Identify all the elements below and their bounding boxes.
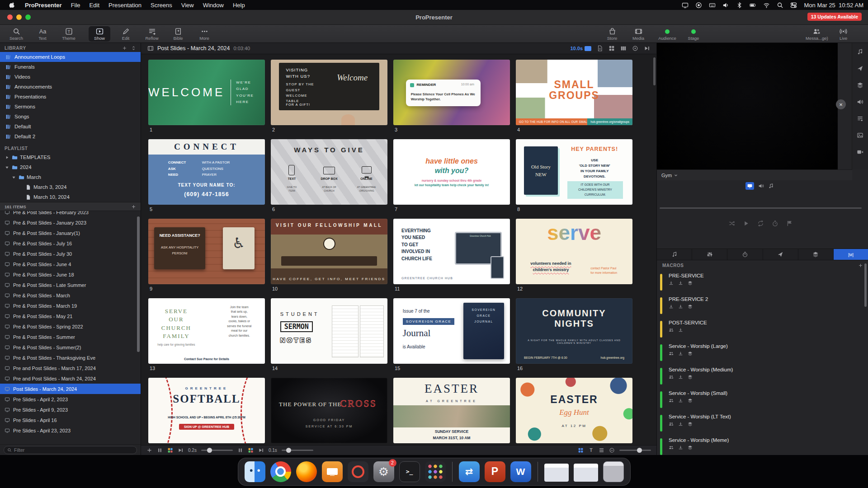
macro-pre-service-2[interactable]: PRE-SERVICE 2: [657, 294, 868, 317]
slide-20[interactable]: EASTEREgg HuntAT 12 PM20: [516, 378, 632, 445]
playlist-item-pre-post-slides-summer[interactable]: Pre & Post Slides - Summer: [0, 332, 141, 342]
speaker-icon[interactable]: [857, 99, 863, 105]
slide-10[interactable]: VISIT OUR FELLOWSHIP MALLHAVE COFFEE, GE…: [271, 219, 387, 293]
library-item-sermons[interactable]: Sermons: [0, 102, 141, 112]
slide-4[interactable]: SMALL GROUPSGO TO THE HUB FOR INFO ON AL…: [516, 60, 632, 134]
slide-11[interactable]: EVERYTHING YOU NEED TO GET INVOLVED IN C…: [393, 219, 510, 293]
library-item-presentations[interactable]: Presentations: [0, 92, 141, 102]
panel-tab-layers[interactable]: [798, 249, 834, 260]
slide-12[interactable]: servevolunteers needed in children's min…: [516, 219, 632, 293]
dock-photos[interactable]: [348, 461, 368, 482]
playlist-item-pre-and-post-slides-march-17-2024[interactable]: Pre and Post Slides - March 17, 2024: [0, 363, 141, 373]
dock-settings[interactable]: 2: [373, 461, 394, 482]
zoom-slider[interactable]: [619, 450, 651, 451]
playlist-item-pre-post-slides-march-19[interactable]: Pre & Post Slides - March 19: [0, 300, 141, 311]
slide-8[interactable]: Old Story NEWHEY PARENTS!USE 'OLD STORY …: [516, 139, 632, 214]
slide-16[interactable]: COMMUNITY NIGHTSA NIGHT FOR THE WHOLE FA…: [516, 298, 632, 373]
interval-a-slider[interactable]: [201, 450, 233, 451]
dock-terminal[interactable]: [399, 461, 420, 482]
toolbar-messa-ge[interactable]: Messa...ge): [806, 26, 828, 42]
menu-edit[interactable]: Edit: [85, 2, 104, 9]
preview-monitor-icon[interactable]: [745, 182, 754, 190]
panel-tab-timer[interactable]: [727, 249, 763, 260]
sidebar-scrollbar[interactable]: [137, 216, 140, 352]
panel-tab-mbadge[interactable]: [M]: [834, 249, 868, 260]
advance-icon[interactable]: [644, 45, 650, 52]
chevron-expanded-icon[interactable]: [5, 165, 9, 170]
slide-19[interactable]: EASTERAT GREENTREESUNDAY SERVICE MARCH 3…: [393, 378, 510, 445]
minimize-window-button[interactable]: [16, 14, 22, 20]
shuffle-icon[interactable]: [728, 220, 735, 227]
dock-chrome[interactable]: [270, 461, 291, 482]
playback-progress-bar[interactable]: [660, 207, 862, 209]
library-item-videos[interactable]: Videos: [0, 72, 141, 82]
collapse-expand-icon[interactable]: [131, 46, 136, 51]
toolbar-more[interactable]: More: [193, 26, 215, 42]
columns-icon[interactable]: [620, 45, 627, 52]
dock-word[interactable]: [510, 461, 531, 482]
macro-scrollbar[interactable]: [864, 263, 867, 307]
dock-keynote[interactable]: [322, 461, 343, 482]
close-window-button[interactable]: [7, 14, 13, 20]
slide-5[interactable]: CONNECTCONNECT ASK NEEDWITH A PASTOR QUE…: [148, 139, 265, 214]
preview-music-icon[interactable]: [768, 183, 774, 189]
apple-menu-icon[interactable]: [5, 2, 20, 9]
playlist-doc-march-3-2024[interactable]: March 3, 2024: [0, 182, 141, 192]
pause-icon[interactable]: [157, 447, 163, 453]
battery-icon[interactable]: [750, 2, 756, 9]
layers-icon[interactable]: [857, 82, 863, 89]
send-icon[interactable]: [857, 65, 863, 72]
recording-icon[interactable]: [695, 2, 702, 9]
dock-sync[interactable]: [459, 461, 480, 482]
play-icon[interactable]: [743, 220, 750, 227]
playlist-folder-2024[interactable]: 2024: [0, 162, 141, 172]
toolbar-search[interactable]: Search: [5, 26, 27, 42]
page-icon[interactable]: [597, 45, 603, 52]
toolbar-media[interactable]: Media: [627, 26, 649, 42]
slide-9[interactable]: NEED ASSISTANCE?ASK ANY HOSPITALITY PERS…: [148, 219, 265, 293]
slide-6[interactable]: WAYS TO GIVETEXTGIVE TO 73256DROP BOXAT …: [271, 139, 387, 214]
slide-15[interactable]: Issue 7 of theSOVEREIGN GRACEJournalis A…: [393, 298, 510, 373]
display-icon[interactable]: [682, 2, 689, 9]
playlist-item-pre-post-slides-late-summer[interactable]: Pre & Post Slides - Late Summer: [0, 280, 141, 290]
dock-powerpoint[interactable]: [485, 461, 505, 482]
library-item-announcement-loops[interactable]: Announcement Loops: [0, 52, 141, 62]
library-item-announcements[interactable]: Announcements: [0, 82, 141, 92]
panel-tab-sliders[interactable]: [692, 249, 727, 260]
colorgrid-icon[interactable]: [167, 447, 173, 453]
toolbar-edit[interactable]: Edit: [115, 26, 137, 42]
playlist-item-pre-post-slides-march[interactable]: Pre & Post Slides - March: [0, 290, 141, 300]
menubar-app-name[interactable]: ProPresenter: [20, 2, 66, 9]
add-item-icon[interactable]: [131, 204, 136, 209]
playlist-item-pre-post-slides-summer-2[interactable]: Pre & Post Slides - Summer(2): [0, 342, 141, 352]
menu-file[interactable]: File: [66, 2, 85, 9]
zoom-icon[interactable]: [609, 447, 615, 453]
playlist-item-pre-post-slides-spring-2022[interactable]: Pre & Post Slides - Spring 2022: [0, 321, 141, 332]
flag-icon[interactable]: [786, 220, 793, 227]
wifi-icon[interactable]: [763, 2, 770, 9]
tletter-view-icon[interactable]: T: [588, 447, 594, 453]
screen-label[interactable]: Gym: [661, 173, 672, 178]
add-slide-icon[interactable]: [146, 447, 152, 453]
playlist-item-pre-post-slides-may-21[interactable]: Pre & Post Slides - May 21: [0, 311, 141, 321]
advance-icon[interactable]: [178, 447, 184, 453]
library-item-default-2[interactable]: Default 2: [0, 131, 141, 141]
toolbar-bible[interactable]: Bible: [167, 26, 189, 42]
dock-launchpad[interactable]: [425, 461, 446, 482]
queue-icon[interactable]: [857, 115, 863, 122]
control-center-icon[interactable]: [790, 2, 797, 9]
chevron-collapsed-icon[interactable]: [5, 155, 9, 160]
playlist-item-post-slides-march-24-2024[interactable]: Post Slides - March 24, 2024: [0, 384, 141, 394]
add-macro-icon[interactable]: [858, 263, 863, 268]
playlist-item-pre-slides-april-9-2023[interactable]: Pre Slides - April 9, 2023: [0, 404, 141, 415]
playlist-item-pre-post-slides-june-4[interactable]: Pre & Post Slides - June 4: [0, 259, 141, 269]
music-icon[interactable]: [857, 48, 863, 55]
slide-14[interactable]: STUDENTSERMONNOTES14: [271, 298, 387, 373]
macro-service-worship-lt-text[interactable]: Service - Worship (LT Text): [657, 411, 868, 435]
library-item-songs[interactable]: Songs: [0, 112, 141, 122]
grid-view-icon[interactable]: [578, 447, 584, 453]
playlist-item-pre-slides-april-23-2023[interactable]: Pre Slides - April 23, 2023: [0, 425, 141, 436]
preview-speaker-icon[interactable]: [758, 183, 764, 189]
library-item-funerals[interactable]: Funerals: [0, 62, 141, 72]
dock-trash[interactable]: [603, 461, 624, 482]
